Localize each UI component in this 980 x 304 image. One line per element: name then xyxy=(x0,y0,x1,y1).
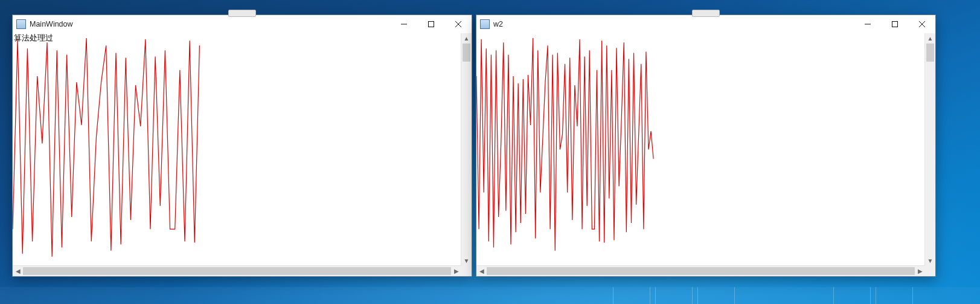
svg-rect-0 xyxy=(428,22,434,27)
scroll-up-arrow-icon[interactable]: ▲ xyxy=(461,33,472,44)
window-controls xyxy=(390,15,472,33)
svg-rect-1 xyxy=(892,22,897,27)
taskbar-item[interactable] xyxy=(655,287,693,304)
vscroll-thumb[interactable] xyxy=(463,44,470,62)
dock-handle[interactable] xyxy=(228,10,256,17)
vscroll-track[interactable] xyxy=(925,44,935,256)
scroll-right-arrow-icon[interactable]: ▶ xyxy=(451,266,461,276)
scrollbar-corner xyxy=(461,266,472,276)
chart-svg xyxy=(13,33,461,266)
window-title: w2 xyxy=(493,20,503,28)
horizontal-scrollbar[interactable]: ◀ ▶ xyxy=(476,265,925,276)
dock-handle[interactable] xyxy=(692,10,720,17)
app-icon xyxy=(480,19,490,29)
scroll-left-arrow-icon[interactable]: ◀ xyxy=(13,266,23,276)
titlebar[interactable]: MainWindow xyxy=(13,15,472,33)
chart-canvas[interactable] xyxy=(476,33,925,266)
chart-line xyxy=(476,38,653,251)
minimize-icon xyxy=(401,21,407,27)
vscroll-track[interactable] xyxy=(461,44,472,256)
minimize-icon xyxy=(865,21,871,27)
scroll-down-arrow-icon[interactable]: ▼ xyxy=(925,256,935,266)
close-button[interactable] xyxy=(444,15,472,33)
vertical-scrollbar[interactable]: ▲ ▼ xyxy=(924,33,935,266)
scroll-right-arrow-icon[interactable]: ▶ xyxy=(915,266,925,276)
maximize-icon xyxy=(892,21,898,27)
hscroll-thumb[interactable] xyxy=(23,267,451,275)
chart-line xyxy=(13,38,199,257)
close-icon xyxy=(919,21,925,27)
maximize-button[interactable] xyxy=(881,15,908,33)
window-controls xyxy=(854,15,935,33)
client-area: 算法处理过 ▲ ▼ ◀ ▶ xyxy=(13,33,472,276)
scroll-up-arrow-icon[interactable]: ▲ xyxy=(925,33,935,44)
scrollbar-corner xyxy=(925,266,935,276)
taskbar-item[interactable] xyxy=(697,287,735,304)
client-area: ▲ ▼ ◀ ▶ xyxy=(476,33,935,276)
horizontal-scrollbar[interactable]: ◀ ▶ xyxy=(13,265,461,276)
scroll-left-arrow-icon[interactable]: ◀ xyxy=(476,266,487,276)
vscroll-thumb[interactable] xyxy=(926,44,934,62)
maximize-button[interactable] xyxy=(417,15,444,33)
titlebar[interactable]: w2 xyxy=(476,15,935,33)
chart-canvas[interactable]: 算法处理过 xyxy=(13,33,461,266)
taskbar-item[interactable] xyxy=(876,287,913,304)
minimize-button[interactable] xyxy=(390,15,417,33)
vertical-scrollbar[interactable]: ▲ ▼ xyxy=(461,33,472,266)
close-icon xyxy=(455,21,461,27)
hscroll-track[interactable] xyxy=(23,266,451,276)
maximize-icon xyxy=(428,21,434,27)
close-button[interactable] xyxy=(908,15,935,33)
scroll-down-arrow-icon[interactable]: ▼ xyxy=(461,256,472,266)
desktop-background: MainWindow 算法处理过 ▲ xyxy=(0,0,980,304)
hscroll-track[interactable] xyxy=(487,266,915,276)
taskbar-item[interactable] xyxy=(613,287,650,304)
app-icon xyxy=(16,19,26,29)
hscroll-thumb[interactable] xyxy=(487,267,915,275)
corner-label: 算法处理过 xyxy=(13,33,54,43)
window-title: MainWindow xyxy=(30,20,73,28)
minimize-button[interactable] xyxy=(854,15,881,33)
taskbar[interactable] xyxy=(0,287,980,304)
chart-svg xyxy=(476,33,925,266)
taskbar-item[interactable] xyxy=(833,287,871,304)
window-main: MainWindow 算法处理过 ▲ xyxy=(12,15,472,277)
window-secondary: w2 ▲ xyxy=(476,15,936,277)
